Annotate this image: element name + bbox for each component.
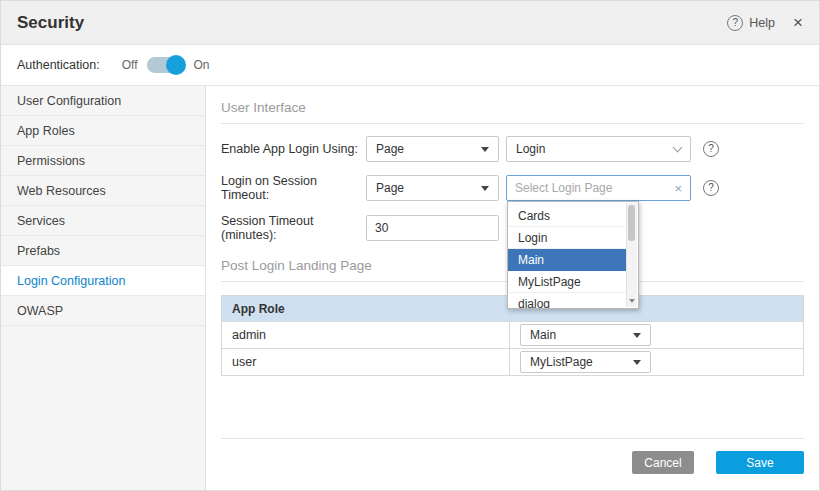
- scrollbar-down-arrow-icon[interactable]: [627, 295, 637, 307]
- dropdown-scrollbar[interactable]: [626, 203, 637, 307]
- toggle-knob-icon: [166, 55, 186, 75]
- app-role-column-header: App Role: [222, 296, 510, 322]
- landing-page-select-admin[interactable]: Main: [520, 324, 651, 346]
- sidebar-item-owasp[interactable]: OWASP: [1, 296, 205, 326]
- session-timeout-minutes-label: Session Timeout (minutes):: [221, 214, 366, 242]
- dropdown-option-main[interactable]: Main: [508, 249, 626, 271]
- dropdown-option-mylistpage[interactable]: MyListPage: [508, 271, 626, 293]
- sidebar-item-permissions[interactable]: Permissions: [1, 146, 205, 176]
- dropdown-arrow-icon: [633, 360, 641, 365]
- chevron-down-icon: [673, 142, 683, 152]
- table-row: user MyListPage: [222, 349, 804, 376]
- toggle-on-label: On: [194, 58, 210, 72]
- spacer: [221, 376, 804, 438]
- selected-page-value: Login: [516, 142, 545, 156]
- header-actions: ? Help ×: [727, 14, 803, 31]
- save-button[interactable]: Save: [716, 451, 804, 474]
- selected-type-value: Page: [376, 142, 404, 156]
- footer-actions: Cancel Save: [221, 438, 804, 491]
- close-icon[interactable]: ×: [793, 14, 803, 31]
- page-title: Security: [17, 13, 84, 33]
- authentication-toggle[interactable]: [147, 57, 185, 73]
- toggle-off-label: Off: [122, 58, 138, 72]
- sidebar-item-services[interactable]: Services: [1, 206, 205, 236]
- login-page-search-input[interactable]: [515, 181, 674, 195]
- sidebar-item-app-roles[interactable]: App Roles: [1, 116, 205, 146]
- sidebar-item-user-configuration[interactable]: User Configuration: [1, 86, 205, 116]
- session-timeout-type-select[interactable]: Page: [366, 175, 499, 201]
- clear-icon[interactable]: ×: [674, 182, 682, 195]
- enable-app-login-type-select[interactable]: Page: [366, 136, 499, 162]
- selected-landing-page: MyListPage: [530, 355, 593, 369]
- dropdown-arrow-icon: [481, 147, 489, 152]
- body: User Configuration App Roles Permissions…: [1, 86, 819, 491]
- dropdown-arrow-icon: [633, 333, 641, 338]
- login-session-timeout-label: Login on Session Timeout:: [221, 174, 366, 202]
- role-cell: user: [222, 349, 510, 376]
- field-help-icon[interactable]: ?: [703, 141, 719, 157]
- dropdown-arrow-icon: [481, 186, 489, 191]
- selected-type-value: Page: [376, 181, 404, 195]
- role-cell: admin: [222, 322, 510, 349]
- section-title-user-interface: User Interface: [221, 100, 804, 115]
- login-page-dropdown-list: Cards Login Main MyListPage dialog: [507, 201, 639, 309]
- enable-app-login-row: Enable App Login Using: Page Login ?: [221, 136, 804, 162]
- dropdown-option-dialog[interactable]: dialog: [508, 293, 626, 309]
- table-row: admin Main: [222, 322, 804, 349]
- sidebar-item-prefabs[interactable]: Prefabs: [1, 236, 205, 266]
- enable-app-login-label: Enable App Login Using:: [221, 142, 366, 156]
- down-triangle-icon: [629, 299, 635, 303]
- help-link[interactable]: Help: [749, 16, 775, 30]
- login-session-timeout-row: Login on Session Timeout: Page × ?: [221, 174, 804, 202]
- authentication-label: Authentication:: [17, 58, 100, 72]
- field-help-icon[interactable]: ?: [703, 180, 719, 196]
- login-page-search-box: ×: [506, 175, 691, 201]
- scrollbar-thumb[interactable]: [628, 205, 635, 241]
- section-divider: [221, 123, 804, 124]
- sidebar-item-login-configuration[interactable]: Login Configuration: [1, 266, 205, 296]
- session-timeout-input[interactable]: [366, 215, 499, 241]
- cancel-button[interactable]: Cancel: [632, 451, 694, 474]
- help-icon[interactable]: ?: [727, 15, 743, 31]
- landing-page-cell: MyListPage: [510, 349, 804, 376]
- landing-page-cell: Main: [510, 322, 804, 349]
- sidebar: User Configuration App Roles Permissions…: [1, 86, 206, 491]
- security-dialog: Security ? Help × Authentication: Off On…: [0, 0, 820, 491]
- header: Security ? Help ×: [1, 1, 819, 45]
- sidebar-item-web-resources[interactable]: Web Resources: [1, 176, 205, 206]
- dropdown-option-login[interactable]: Login: [508, 227, 626, 249]
- authentication-row: Authentication: Off On: [1, 45, 819, 86]
- dropdown-option-cards[interactable]: Cards: [508, 205, 626, 227]
- enable-app-login-page-select[interactable]: Login: [506, 136, 691, 162]
- selected-landing-page: Main: [530, 328, 556, 342]
- landing-page-select-user[interactable]: MyListPage: [520, 351, 651, 373]
